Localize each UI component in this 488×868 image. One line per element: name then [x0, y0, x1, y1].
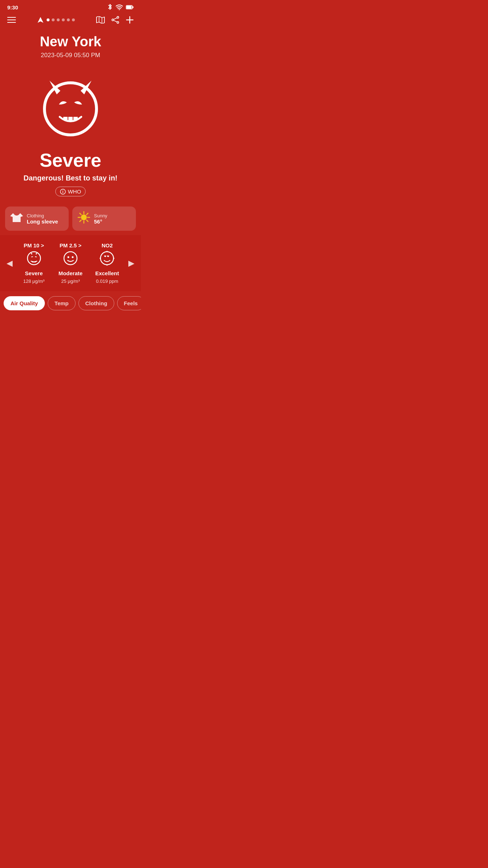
- pollutant-items: PM 10 > Severe 128 μg/m³ PM 2.5 >: [16, 242, 125, 284]
- weather-card-label: Sunny: [94, 213, 107, 218]
- svg-line-10: [114, 18, 117, 20]
- svg-rect-30: [32, 261, 34, 263]
- next-pollutant-arrow[interactable]: ▶: [125, 259, 137, 268]
- dot-5[interactable]: [67, 18, 70, 21]
- devil-face-icon: [34, 70, 107, 142]
- svg-point-39: [100, 258, 101, 259]
- pm25-value: 25 μg/m³: [61, 278, 80, 284]
- svg-marker-4: [97, 16, 104, 24]
- pm25-icon: [63, 251, 78, 268]
- svg-point-14: [44, 83, 97, 135]
- svg-line-27: [86, 213, 88, 215]
- svg-line-28: [80, 220, 81, 221]
- pm25-item: PM 2.5 > Moderate 25 μg/m³: [52, 242, 89, 284]
- svg-point-7: [117, 17, 119, 18]
- pm10-item: PM 10 > Severe 128 μg/m³: [16, 242, 52, 284]
- svg-rect-31: [34, 261, 36, 263]
- city-date: 2023-05-09 05:50 PM: [7, 52, 134, 59]
- svg-rect-15: [63, 117, 68, 120]
- tab-feels[interactable]: Feels: [117, 296, 141, 310]
- dot-3[interactable]: [57, 18, 60, 21]
- tab-clothing[interactable]: Clothing: [78, 296, 114, 310]
- who-badge[interactable]: i WHO: [55, 187, 86, 196]
- weather-card-text: Sunny 56°: [94, 213, 107, 225]
- svg-point-36: [107, 251, 108, 252]
- info-cards: Clothing Long sleeve Sunny 56°: [0, 202, 141, 235]
- clothing-card-text: Clothing Long sleeve: [27, 213, 58, 225]
- svg-point-9: [112, 19, 114, 21]
- svg-point-37: [114, 258, 115, 259]
- svg-rect-16: [68, 117, 73, 120]
- status-section: Severe Dangerous! Best to stay in! i WHO: [0, 149, 141, 202]
- svg-text:i: i: [62, 190, 63, 194]
- severity-description: Dangerous! Best to stay in!: [7, 174, 134, 182]
- svg-point-35: [100, 252, 114, 265]
- no2-icon: [99, 251, 115, 268]
- svg-point-20: [81, 214, 87, 220]
- svg-line-11: [114, 20, 117, 22]
- clothing-icon: [10, 211, 23, 226]
- battery-icon: [126, 5, 134, 10]
- prev-pollutant-arrow[interactable]: ◀: [4, 259, 16, 268]
- menu-button[interactable]: [7, 17, 16, 23]
- tab-air-quality[interactable]: Air Quality: [4, 296, 45, 310]
- pm25-name: PM 2.5 >: [60, 242, 81, 248]
- pm10-value: 128 μg/m³: [23, 278, 44, 284]
- wifi-icon: [116, 4, 123, 10]
- pollutants-section: ◀ PM 10 > Severe 128 μg/m³: [0, 235, 141, 291]
- info-icon: i: [60, 189, 66, 195]
- pm10-status: Severe: [25, 270, 43, 276]
- svg-point-38: [107, 265, 108, 266]
- svg-point-0: [119, 9, 120, 10]
- add-icon[interactable]: [126, 16, 134, 24]
- tab-temp[interactable]: Temp: [48, 296, 76, 310]
- svg-point-32: [64, 252, 77, 265]
- who-label: WHO: [68, 188, 81, 195]
- location-arrow-icon[interactable]: [37, 17, 44, 23]
- svg-point-29: [27, 252, 40, 265]
- weather-card[interactable]: Sunny 56°: [72, 207, 136, 231]
- map-icon[interactable]: [96, 16, 105, 24]
- no2-value: 0.019 ppm: [96, 278, 118, 284]
- svg-point-8: [117, 22, 119, 24]
- svg-rect-17: [73, 117, 78, 120]
- nav-center: [37, 17, 75, 23]
- svg-rect-2: [127, 6, 132, 9]
- bluetooth-icon: [107, 4, 113, 11]
- weather-card-value: 56°: [94, 218, 107, 225]
- dot-2[interactable]: [52, 18, 55, 21]
- svg-line-25: [80, 213, 81, 215]
- nav-right: [96, 16, 134, 24]
- share-icon[interactable]: [111, 16, 119, 24]
- top-nav: [0, 13, 141, 28]
- no2-name: NO2: [102, 242, 113, 248]
- status-bar: 9:30: [0, 0, 141, 13]
- pm25-status: Moderate: [59, 270, 83, 276]
- svg-point-34: [72, 256, 73, 258]
- svg-point-33: [67, 256, 69, 258]
- no2-item: NO2 Excellent 0.019 ppm: [89, 242, 125, 284]
- clothing-card[interactable]: Clothing Long sleeve: [5, 207, 69, 231]
- sun-icon: [77, 211, 90, 226]
- bottom-nav: Air Quality Temp Clothing Feels: [0, 291, 141, 318]
- no2-status: Excellent: [95, 270, 119, 276]
- dot-1[interactable]: [47, 18, 50, 21]
- status-icons: [107, 4, 134, 11]
- svg-line-26: [86, 220, 88, 221]
- clothing-card-value: Long sleeve: [27, 218, 58, 225]
- dot-6[interactable]: [72, 18, 75, 21]
- status-time: 9:30: [7, 4, 18, 10]
- pm10-icon: [26, 251, 42, 268]
- pm10-name: PM 10 >: [24, 242, 44, 248]
- air-quality-icon: [0, 66, 141, 149]
- page-dots: [47, 18, 75, 21]
- clothing-card-label: Clothing: [27, 213, 58, 218]
- dot-4[interactable]: [62, 18, 65, 21]
- severity-level: Severe: [7, 149, 134, 171]
- city-name: New York: [7, 34, 134, 50]
- svg-marker-3: [38, 17, 43, 23]
- city-section: New York 2023-05-09 05:50 PM: [0, 28, 141, 66]
